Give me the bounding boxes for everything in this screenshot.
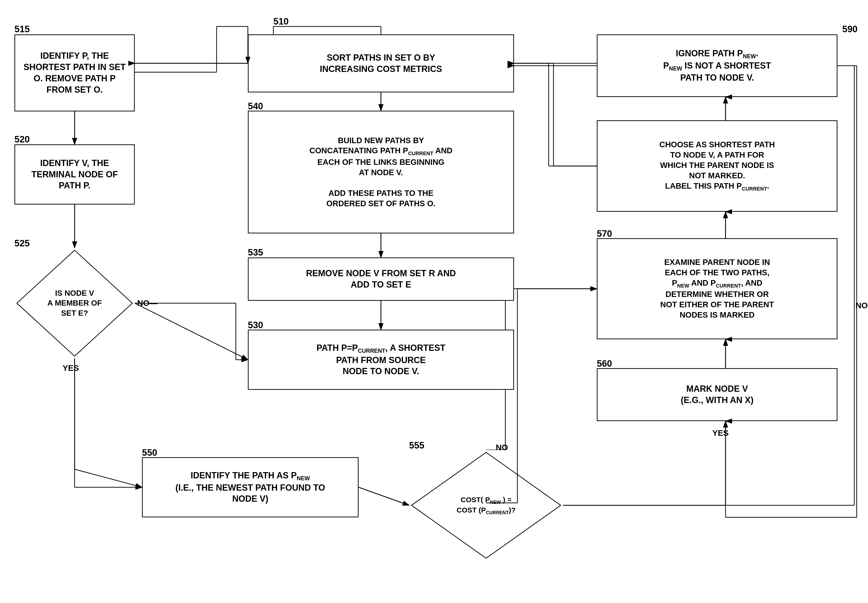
cost-equal-diamond: COST( PNEW ) =COST (PCURRENT)? <box>409 450 563 561</box>
cost-equal-text: COST( PNEW ) =COST (PCURRENT)? <box>454 493 518 518</box>
ref-515: 515 <box>14 24 29 34</box>
build-paths-box: BUILD NEW PATHS BYCONCATENATING PATH PCU… <box>248 111 514 233</box>
flowchart-diagram: 510 515 520 540 535 530 550 555 560 570 … <box>0 0 868 603</box>
ref-530: 530 <box>248 320 263 330</box>
build-paths-label: BUILD NEW PATHS BYCONCATENATING PATH PCU… <box>309 136 452 209</box>
no-label-outer: NO <box>856 301 868 310</box>
ref-525: 525 <box>14 238 29 249</box>
identify-v-label: IDENTIFY V, THETERMINAL NODE OFPATH P. <box>31 158 118 191</box>
ref-560: 560 <box>597 359 612 369</box>
mark-node-box: MARK NODE V(E.G., WITH AN X) <box>597 368 837 421</box>
ref-540: 540 <box>248 101 263 111</box>
ignore-path-label: IGNORE PATH PNEW.PNEW IS NOT A SHORTESTP… <box>663 48 771 83</box>
yes-label-cost: YES <box>712 428 729 438</box>
ref-555: 555 <box>409 440 424 451</box>
remove-node-box: REMOVE NODE V FROM SET R ANDADD TO SET E <box>248 257 514 301</box>
choose-shortest-label: CHOOSE AS SHORTEST PATHTO NODE V, A PATH… <box>659 139 775 192</box>
svg-line-12 <box>74 469 142 487</box>
path-pcurrent-label: PATH P=PCURRENT, A SHORTESTPATH FROM SOU… <box>316 342 445 377</box>
no-label-cost: NO <box>496 443 508 452</box>
ref-510: 510 <box>273 16 289 27</box>
ref-550: 550 <box>142 448 157 458</box>
examine-parent-box: EXAMINE PARENT NODE INEACH OF THE TWO PA… <box>597 238 837 339</box>
identify-v-box: IDENTIFY V, THETERMINAL NODE OFPATH P. <box>14 144 135 204</box>
mark-node-label: MARK NODE V(E.G., WITH AN X) <box>681 383 754 406</box>
no-label-is-node-v: NO— <box>137 298 158 308</box>
ref-570: 570 <box>597 229 612 239</box>
examine-parent-label: EXAMINE PARENT NODE INEACH OF THE TWO PA… <box>660 257 774 320</box>
ref-520: 520 <box>14 134 29 145</box>
choose-shortest-box: CHOOSE AS SHORTEST PATHTO NODE V, A PATH… <box>597 120 837 212</box>
ref-535: 535 <box>248 247 263 258</box>
sort-paths-label: SORT PATHS IN SET O BYINCREASING COST ME… <box>320 52 442 75</box>
identify-pnew-box: IDENTIFY THE PATH AS PNEW(I.E., THE NEWE… <box>142 457 359 517</box>
identify-p-label: IDENTIFY P, THESHORTEST PATH IN SETO. RE… <box>23 50 126 95</box>
svg-line-51 <box>359 487 409 505</box>
svg-line-13 <box>359 487 409 505</box>
path-pcurrent-box: PATH P=PCURRENT, A SHORTESTPATH FROM SOU… <box>248 330 514 390</box>
identify-pnew-label: IDENTIFY THE PATH AS PNEW(I.E., THE NEWE… <box>175 470 325 505</box>
sort-paths-box: SORT PATHS IN SET O BYINCREASING COST ME… <box>248 34 514 93</box>
identify-p-box: IDENTIFY P, THESHORTEST PATH IN SETO. RE… <box>14 34 135 111</box>
is-node-v-text: IS NODE VA MEMBER OFSET E? <box>45 286 104 321</box>
is-node-v-diamond: IS NODE VA MEMBER OFSET E? <box>14 248 135 359</box>
yes-label-is-node-v: YES <box>63 363 79 373</box>
remove-node-label: REMOVE NODE V FROM SET R ANDADD TO SET E <box>306 268 456 291</box>
ref-590: 590 <box>842 24 857 34</box>
svg-line-10 <box>135 303 248 360</box>
ignore-path-box: IGNORE PATH PNEW.PNEW IS NOT A SHORTESTP… <box>597 34 837 97</box>
